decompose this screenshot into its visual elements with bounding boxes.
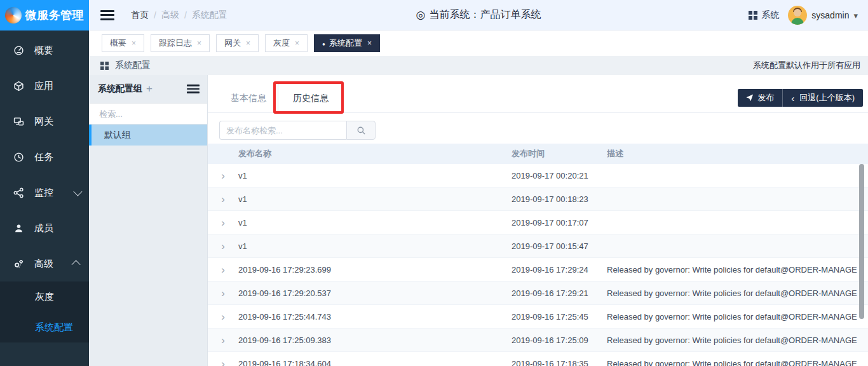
expand-row-icon[interactable] <box>208 264 238 275</box>
expand-row-icon[interactable] <box>208 358 238 366</box>
tab-label: 历史信息 <box>293 93 329 104</box>
breadcrumb: 首页 高级 系统配置 <box>131 10 227 21</box>
column-header-description: 描述 <box>607 148 868 159</box>
sidebar-item-label: 高级 <box>34 258 53 270</box>
table-row[interactable]: 2019-09-16 17:29:20.537 2019-09-16 17:29… <box>208 281 868 305</box>
share-nodes-icon <box>13 187 24 198</box>
group-item-default[interactable]: 默认组 <box>89 125 207 146</box>
table-row[interactable]: v1 2019-09-17 00:20:21 <box>208 164 868 187</box>
collapse-menu-icon[interactable] <box>100 10 114 20</box>
column-header-release-time: 发布时间 <box>512 148 607 159</box>
wintab-overview[interactable]: 概要 × <box>102 34 144 52</box>
cell-description: Released by governor: Write policies for… <box>607 312 868 322</box>
cell-release-name: v1 <box>238 194 512 204</box>
current-system-indicator: 当前系统：产品订单系统 <box>416 8 541 22</box>
sidebar-item-advanced[interactable]: 高级 <box>0 246 89 281</box>
clock-icon <box>13 151 24 163</box>
breadcrumb-separator <box>154 10 156 20</box>
expand-row-icon[interactable] <box>208 335 238 346</box>
cell-description: Released by governor: Write policies for… <box>607 288 868 298</box>
cube-icon <box>13 80 24 92</box>
cell-release-name: 2019-09-16 17:25:44.743 <box>238 312 512 322</box>
section-title: 系统配置 <box>115 60 151 71</box>
eye-icon <box>416 8 426 22</box>
group-panel-title: 系统配置组 <box>98 83 142 95</box>
expand-row-icon[interactable] <box>208 194 238 205</box>
detail-tabs-row: 基本信息 历史信息 发布 回退(上个版本) <box>208 75 868 113</box>
close-icon[interactable]: × <box>246 39 250 48</box>
rollback-button[interactable]: 回退(上个版本) <box>783 89 863 107</box>
cell-release-name: 2019-09-16 17:25:09.383 <box>238 336 512 345</box>
section-note: 系统配置默认作用于所有应用 <box>753 60 860 71</box>
close-icon[interactable]: × <box>295 39 299 48</box>
table-row[interactable]: 2019-09-16 17:25:09.383 2019-09-16 17:25… <box>208 329 868 352</box>
expand-row-icon[interactable] <box>208 217 238 228</box>
advanced-submenu: 灰度 系统配置 <box>0 281 89 342</box>
app-logo-icon <box>5 7 22 24</box>
tab-basic-info[interactable]: 基本信息 <box>219 84 278 113</box>
breadcrumb-separator <box>184 10 187 20</box>
publish-button[interactable]: 发布 <box>738 89 783 107</box>
search-icon <box>356 126 366 135</box>
chevron-up-icon <box>72 260 81 269</box>
group-search-input[interactable] <box>98 109 212 119</box>
table-row[interactable]: 2019-09-16 17:18:34.604 2019-09-16 17:18… <box>208 352 868 366</box>
table-row[interactable]: v1 2019-09-17 00:15:47 <box>208 234 868 258</box>
wintab-gateway[interactable]: 网关 × <box>216 34 259 52</box>
close-icon[interactable]: × <box>132 39 136 48</box>
group-item-label: 默认组 <box>104 130 131 141</box>
wintab-label: 概要 <box>110 37 126 49</box>
close-icon[interactable]: × <box>367 39 372 48</box>
app-logo-text: 微服务管理 <box>25 8 85 23</box>
history-table-body: v1 2019-09-17 00:20:21 v1 2019-09-17 00:… <box>208 164 868 366</box>
table-row[interactable]: v1 2019-09-17 00:18:23 <box>208 187 868 211</box>
cell-release-name: 2019-09-16 17:29:23.699 <box>238 265 512 274</box>
cell-release-name: v1 <box>238 171 512 180</box>
sidebar-item-members[interactable]: 成员 <box>0 210 89 246</box>
table-scrollbar[interactable] <box>859 164 864 319</box>
wintab-gray-release[interactable]: 灰度 × <box>265 34 308 52</box>
sidebar-menu: 概要 应用 网关 任务 监控 <box>0 30 89 342</box>
expand-row-icon[interactable] <box>208 170 238 181</box>
release-search-input[interactable] <box>219 121 346 140</box>
cell-release-name: v1 <box>238 218 512 227</box>
wintab-system-config[interactable]: 系统配置 × <box>314 34 380 52</box>
cell-release-time: 2019-09-16 17:25:09 <box>512 336 607 345</box>
table-row[interactable]: v1 2019-09-17 00:17:07 <box>208 211 868 234</box>
sidebar-subitem-system-config[interactable]: 系统配置 <box>0 312 89 342</box>
sidebar-item-gateway[interactable]: 网关 <box>0 104 89 139</box>
breadcrumb-advanced[interactable]: 高级 <box>161 10 179 21</box>
table-row[interactable]: 2019-09-16 17:25:44.743 2019-09-16 17:25… <box>208 305 868 329</box>
expand-row-icon[interactable] <box>208 311 238 322</box>
table-header: 发布名称 发布时间 描述 <box>208 144 868 164</box>
table-row[interactable]: 2019-09-16 17:29:23.699 2019-09-16 17:29… <box>208 258 868 281</box>
close-icon[interactable]: × <box>197 39 201 48</box>
gateway-icon <box>13 116 24 127</box>
sidebar-item-tasks[interactable]: 任务 <box>0 139 89 175</box>
sidebar-item-label: 监控 <box>34 187 53 199</box>
send-icon <box>746 94 754 102</box>
user-menu[interactable]: sysadmin <box>788 6 858 25</box>
active-dot-icon <box>322 39 327 48</box>
cell-release-time: 2019-09-16 17:18:35 <box>512 359 607 366</box>
sidebar-item-overview[interactable]: 概要 <box>0 32 89 68</box>
expand-row-icon[interactable] <box>208 288 238 299</box>
section-bar: 系统配置 系统配置默认作用于所有应用 <box>89 56 868 75</box>
breadcrumb-home[interactable]: 首页 <box>131 10 149 21</box>
cell-release-time: 2019-09-17 00:20:21 <box>512 171 607 180</box>
wintab-trace-log[interactable]: 跟踪日志 × <box>151 34 210 52</box>
sidebar-item-applications[interactable]: 应用 <box>0 68 89 104</box>
expand-row-icon[interactable] <box>208 241 238 252</box>
tab-history-info[interactable]: 历史信息 <box>278 83 344 113</box>
sidebar-subitem-gray-release[interactable]: 灰度 <box>0 281 89 312</box>
wintab-label: 网关 <box>224 37 241 49</box>
group-panel-menu-icon[interactable] <box>187 85 200 93</box>
sidebar-item-monitoring[interactable]: 监控 <box>0 175 89 210</box>
system-menu-button[interactable]: 系统 <box>749 10 779 21</box>
add-group-button[interactable]: + <box>146 83 153 95</box>
cell-description: Released by governor: Write policies for… <box>607 359 868 366</box>
wintab-label: 系统配置 <box>329 37 362 49</box>
app-logo[interactable]: 微服务管理 <box>0 0 89 30</box>
release-search-button[interactable] <box>346 121 376 140</box>
sidebar-subitem-label: 灰度 <box>35 291 54 303</box>
